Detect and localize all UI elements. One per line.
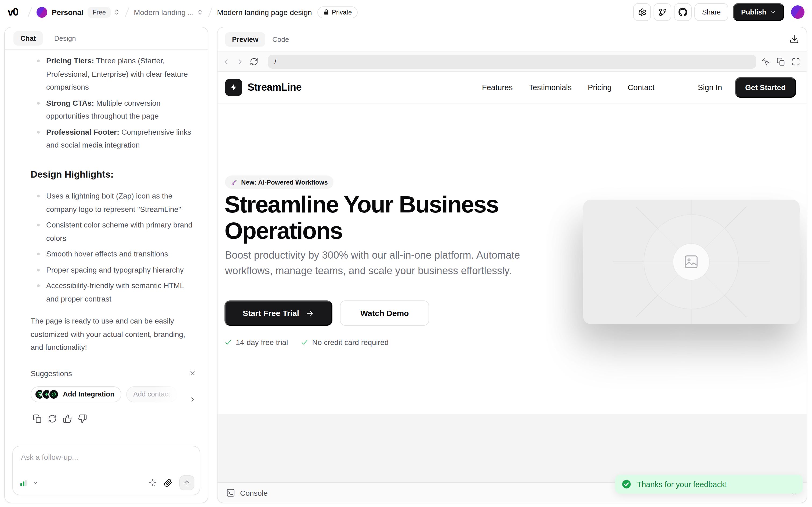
tab-code[interactable]: Code: [265, 32, 296, 46]
list-item: Professional Footer: Comprehensive links…: [46, 125, 196, 152]
start-free-trial-button[interactable]: Start Free Trial: [224, 300, 333, 326]
copy-icon[interactable]: [33, 414, 42, 423]
spiral-logo-icon: [48, 389, 59, 400]
hero-checklist: 14-day free trial No credit card require…: [224, 338, 389, 347]
message-actions: [33, 414, 195, 423]
user-avatar[interactable]: [791, 5, 805, 19]
get-started-button[interactable]: Get Started: [735, 77, 796, 98]
check-item: 14-day free trial: [224, 338, 288, 347]
sign-in-link[interactable]: Sign In: [698, 83, 722, 92]
paperclip-icon[interactable]: [164, 478, 172, 487]
composer-toolbar: [19, 475, 194, 490]
send-button[interactable]: [180, 475, 194, 490]
top-bar-actions: Share Publish: [633, 3, 805, 21]
preview-url-bar: /: [217, 52, 807, 72]
sidebar-tabs: Chat Design: [5, 27, 208, 50]
chat-message-area[interactable]: Pricing Tiers: Three plans (Starter, Pro…: [5, 50, 208, 439]
chat-sidebar: Chat Design Pricing Tiers: Three plans (…: [4, 27, 208, 503]
chat-composer[interactable]: Ask a follow-up...: [12, 446, 200, 495]
close-icon[interactable]: [189, 370, 196, 377]
feedback-toast: Thanks for your feedback!: [615, 475, 803, 494]
check-icon: [224, 339, 232, 346]
list-item: Smooth hover effects and transitions: [46, 247, 196, 261]
integration-logos: [34, 389, 59, 400]
publish-button[interactable]: Publish: [733, 3, 784, 21]
lock-icon: [323, 9, 329, 15]
pill-fade-overlay: [153, 386, 189, 402]
regenerate-icon[interactable]: [48, 414, 57, 423]
design-highlights-heading: Design Highlights:: [31, 168, 195, 181]
hero-cta-row: Start Free Trial Watch Demo: [224, 300, 429, 326]
gear-icon: [638, 8, 647, 16]
landing-page: StreamLine Features Testimonials Pricing…: [217, 72, 807, 414]
v0-logo[interactable]: v0: [7, 6, 18, 18]
watch-demo-button[interactable]: Watch Demo: [340, 300, 429, 326]
landing-nav: Features Testimonials Pricing Contact: [482, 83, 655, 92]
breadcrumb-divider: [28, 7, 33, 17]
project-name[interactable]: Modern landing ...: [134, 8, 194, 16]
chevrons-up-down-icon[interactable]: [197, 9, 204, 15]
breadcrumb-divider: [208, 7, 213, 17]
landing-header: StreamLine Features Testimonials Pricing…: [217, 72, 807, 104]
settings-button[interactable]: [633, 3, 651, 21]
inspect-cursor-icon[interactable]: [762, 57, 770, 66]
nav-features[interactable]: Features: [482, 83, 513, 92]
terminal-icon: [226, 488, 235, 497]
thumbs-up-icon[interactable]: [63, 414, 72, 423]
sparkles-icon[interactable]: [148, 478, 157, 487]
preview-panel: Preview Code / StreamLine: [217, 27, 807, 503]
add-integration-pill[interactable]: Add Integration: [31, 386, 121, 402]
refresh-icon[interactable]: [250, 57, 258, 66]
workspace-avatar[interactable]: [37, 7, 48, 17]
check-icon: [301, 339, 309, 346]
list-item: Uses a lightning bolt (Zap) icon as the …: [46, 189, 196, 216]
share-button[interactable]: Share: [695, 3, 728, 21]
git-branch-button[interactable]: [654, 3, 671, 21]
brand-name[interactable]: StreamLine: [248, 81, 302, 93]
console-label: Console: [240, 489, 268, 497]
url-input[interactable]: /: [268, 54, 756, 68]
thumbs-down-icon[interactable]: [78, 414, 87, 423]
arrow-right-icon: [306, 309, 314, 317]
nav-contact[interactable]: Contact: [628, 83, 655, 92]
chevron-right-icon[interactable]: [189, 396, 196, 402]
chevrons-up-down-icon[interactable]: [113, 9, 120, 15]
streamline-logo[interactable]: [225, 79, 242, 96]
tab-chat[interactable]: Chat: [13, 31, 43, 46]
plan-badge: Free: [88, 7, 111, 17]
git-branch-icon: [658, 8, 667, 16]
toast-message: Thanks for your feedback!: [637, 480, 727, 489]
breadcrumb-divider: [124, 7, 130, 17]
composer-placeholder[interactable]: Ask a follow-up...: [21, 453, 78, 461]
duplicate-icon[interactable]: [776, 57, 785, 66]
list-item: Strong CTAs: Multiple conversion opportu…: [46, 96, 196, 123]
hero-heading: Streamline Your Business Operations: [224, 191, 547, 243]
github-icon: [678, 7, 688, 17]
lightning-bolt-icon: [229, 83, 238, 92]
fullscreen-icon[interactable]: [792, 57, 800, 66]
nav-testimonials[interactable]: Testimonials: [529, 83, 572, 92]
list-item: Proper spacing and typography hierarchy: [46, 263, 196, 276]
chevron-down-icon: [770, 9, 776, 15]
hero-subtitle: Boost productivity by 300% with our all-…: [225, 248, 547, 278]
chat-title: Modern landing page design: [217, 8, 312, 16]
tab-preview[interactable]: Preview: [225, 32, 265, 46]
tab-design[interactable]: Design: [47, 31, 83, 46]
highlights-list: Uses a lightning bolt (Zap) icon as the …: [31, 189, 196, 305]
github-button[interactable]: [674, 3, 692, 21]
feature-list: Pricing Tiers: Three plans (Starter, Pro…: [31, 54, 196, 152]
arrow-up-icon: [183, 479, 191, 487]
closing-paragraph: The page is ready to use and can be easi…: [31, 315, 196, 354]
top-bar: v0 Personal Free Modern landing ... Mode…: [0, 0, 812, 24]
download-icon[interactable]: [790, 34, 799, 44]
back-icon[interactable]: [222, 57, 231, 66]
usage-bars-icon[interactable]: [19, 478, 28, 487]
private-badge: Private: [317, 6, 358, 18]
hero-image-placeholder: [583, 200, 800, 324]
chevron-down-icon[interactable]: [32, 480, 39, 486]
rocket-icon: [231, 179, 238, 186]
nav-pricing[interactable]: Pricing: [588, 83, 612, 92]
forward-icon[interactable]: [236, 57, 244, 66]
workspace-name[interactable]: Personal: [52, 8, 84, 16]
add-integration-label: Add Integration: [63, 388, 114, 401]
